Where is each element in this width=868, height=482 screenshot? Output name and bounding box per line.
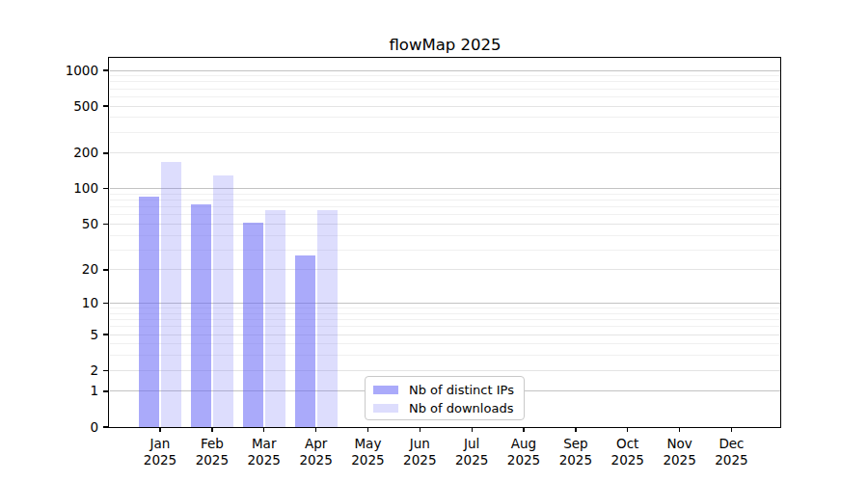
x-tick-nov [679, 427, 680, 432]
y-tick-0 [103, 426, 109, 427]
y-axis-label-200: 200 [0, 145, 98, 161]
legend: Nb of distinct IPs Nb of downloads [365, 376, 525, 420]
y-axis-label-5: 5 [0, 327, 98, 343]
y-axis-label-1: 1 [0, 383, 98, 399]
x-tick-jul [472, 427, 473, 432]
x-tick-feb [211, 427, 212, 432]
chart-title: flowMap 2025 [109, 36, 781, 54]
x-tick-sep [575, 427, 576, 432]
legend-label-distinct-ips: Nb of distinct IPs [409, 383, 514, 397]
legend-swatch-downloads [373, 404, 398, 413]
legend-swatch-distinct-ips [373, 386, 398, 394]
x-tick-dec [731, 427, 732, 432]
x-tick-jan [159, 427, 160, 432]
chart-figure: flowMap 2025 01251020501002005001000 Jan… [0, 0, 868, 482]
y-axis-label-2: 2 [0, 362, 98, 379]
x-tick-jun [420, 427, 420, 432]
x-tick-may [367, 427, 368, 432]
y-axis-label-1000: 1000 [0, 63, 98, 79]
x-axis-label-dec: Dec 2025 [700, 436, 762, 468]
x-tick-mar [263, 427, 264, 432]
y-axis-label-10: 10 [0, 295, 98, 311]
y-axis-label-0: 0 [0, 419, 98, 436]
y-tick-20 [103, 269, 109, 270]
plot-area-border [108, 57, 781, 428]
y-axis-label-500: 500 [0, 98, 98, 115]
y-tick-10 [103, 303, 109, 304]
legend-row-downloads: Nb of downloads [371, 399, 518, 417]
y-tick-5 [103, 334, 109, 335]
y-axis-label-20: 20 [0, 261, 98, 278]
y-tick-100 [103, 188, 109, 189]
y-tick-200 [103, 152, 109, 153]
y-tick-1000 [103, 69, 109, 70]
legend-row-distinct-ips: Nb of distinct IPs [371, 381, 518, 399]
y-tick-50 [103, 224, 109, 225]
y-tick-1 [103, 390, 109, 391]
y-axis-label-50: 50 [0, 216, 98, 232]
legend-label-downloads: Nb of downloads [409, 401, 513, 415]
y-tick-500 [103, 105, 109, 106]
x-tick-aug [523, 427, 524, 432]
y-tick-2 [103, 370, 109, 371]
x-tick-oct [627, 427, 628, 432]
y-axis-label-100: 100 [0, 180, 98, 197]
x-tick-apr [315, 427, 316, 432]
